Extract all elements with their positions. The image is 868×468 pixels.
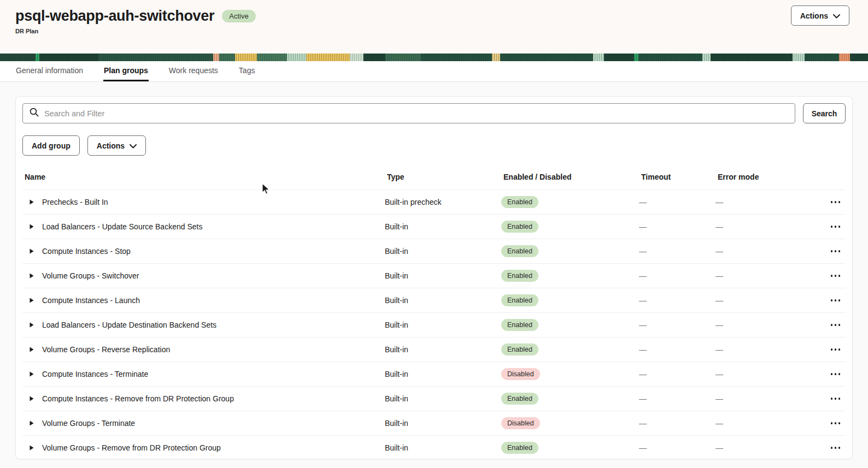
status-badge: Active (222, 10, 255, 22)
column-header-timeout: Timeout (639, 173, 715, 181)
search-icon (30, 108, 39, 119)
plan-group-name: Volume Groups - Remove from DR Protectio… (42, 443, 221, 452)
tab-bar: General information Plan groups Work req… (0, 61, 868, 82)
row-actions-menu-icon[interactable] (831, 275, 846, 277)
plan-group-name: Prechecks - Built In (42, 198, 108, 206)
enabled-disabled-badge: Enabled (501, 245, 538, 257)
plan-group-type: Built-in precheck (385, 198, 501, 206)
table-row: Volume Groups - Switchover Built-in Enab… (22, 263, 846, 288)
row-actions-menu-icon[interactable] (831, 398, 846, 400)
row-expand-icon[interactable] (28, 223, 36, 230)
row-expand-icon[interactable] (28, 346, 36, 353)
row-actions-menu-icon[interactable] (831, 226, 846, 228)
row-expand-icon[interactable] (28, 198, 36, 206)
row-actions-menu-icon[interactable] (831, 422, 846, 424)
plan-group-type: Built-in (385, 321, 501, 329)
table-row: Load Balancers - Update Source Backend S… (22, 214, 846, 239)
page-title: psql-webapp-auh-switchover (15, 8, 214, 25)
table-row: Load Balancers - Update Destination Back… (22, 312, 846, 337)
plan-group-name: Volume Groups - Reverse Replication (42, 345, 170, 354)
enabled-disabled-badge: Enabled (501, 221, 538, 233)
table-row: Volume Groups - Remove from DR Protectio… (22, 435, 846, 459)
plan-group-type: Built-in (385, 370, 501, 378)
chevron-down-icon (833, 11, 840, 20)
error-mode-value: — (715, 370, 818, 378)
enabled-disabled-badge: Disabled (501, 417, 540, 429)
row-expand-icon[interactable] (28, 395, 36, 402)
search-input[interactable] (44, 109, 788, 118)
enabled-disabled-badge: Enabled (501, 393, 538, 405)
row-expand-icon[interactable] (28, 321, 36, 329)
timeout-value: — (639, 296, 715, 305)
plan-group-type: Built-in (385, 222, 501, 231)
row-actions-menu-icon[interactable] (831, 324, 846, 326)
row-actions-menu-icon[interactable] (831, 299, 846, 301)
column-header-enabled-disabled: Enabled / Disabled (501, 173, 639, 181)
row-expand-icon[interactable] (28, 370, 36, 378)
error-mode-value: — (715, 247, 818, 256)
enabled-disabled-badge: Enabled (501, 196, 538, 208)
table-row: Prechecks - Built In Built-in precheck E… (22, 189, 846, 214)
header-actions-label: Actions (800, 11, 828, 20)
column-header-name: Name (22, 173, 385, 181)
row-actions-menu-icon[interactable] (831, 447, 846, 449)
column-header-error-mode: Error mode (715, 173, 818, 181)
table-row: Compute Instances - Remove from DR Prote… (22, 386, 846, 411)
row-expand-icon[interactable] (28, 272, 36, 280)
error-mode-value: — (715, 419, 818, 428)
table-row: Compute Instances - Stop Built-in Enable… (22, 239, 846, 263)
row-expand-icon[interactable] (28, 297, 36, 304)
add-group-button[interactable]: Add group (22, 135, 80, 156)
enabled-disabled-badge: Enabled (501, 343, 538, 356)
header-actions-button[interactable]: Actions (791, 5, 849, 26)
table-actions-button[interactable]: Actions (87, 135, 146, 156)
enabled-disabled-badge: Enabled (501, 319, 538, 331)
error-mode-value: — (715, 296, 818, 305)
row-expand-icon[interactable] (28, 419, 36, 427)
search-button[interactable]: Search (803, 103, 846, 123)
plan-group-type: Built-in (385, 345, 501, 354)
tab-general-information[interactable]: General information (15, 61, 84, 81)
row-actions-menu-icon[interactable] (831, 373, 846, 375)
table-header-row: Name Type Enabled / Disabled Timeout Err… (22, 164, 846, 189)
row-actions-menu-icon[interactable] (831, 201, 846, 203)
error-mode-value: — (715, 222, 818, 231)
error-mode-value: — (715, 271, 818, 280)
enabled-disabled-badge: Enabled (501, 442, 538, 454)
plan-group-type: Built-in (385, 443, 501, 452)
page-header: psql-webapp-auh-switchover Active DR Pla… (0, 0, 868, 54)
tab-plan-groups[interactable]: Plan groups (103, 61, 149, 81)
table-row: Compute Instances - Terminate Built-in D… (22, 362, 846, 386)
plan-group-name: Compute Instances - Remove from DR Prote… (42, 394, 234, 403)
timeout-value: — (639, 443, 715, 452)
plan-group-name: Volume Groups - Terminate (42, 419, 135, 428)
plan-group-name: Compute Instances - Terminate (42, 370, 148, 378)
error-mode-value: — (715, 198, 818, 206)
timeout-value: — (639, 321, 715, 329)
enabled-disabled-badge: Enabled (501, 270, 538, 282)
plan-groups-card: Search Add group Actions Name Type Enabl… (15, 96, 853, 459)
timeout-value: — (639, 247, 715, 256)
plan-group-type: Built-in (385, 271, 501, 280)
timeout-value: — (639, 222, 715, 231)
tab-tags[interactable]: Tags (238, 61, 256, 81)
search-box (22, 103, 795, 123)
table-actions-label: Actions (97, 141, 125, 150)
tab-work-requests[interactable]: Work requests (168, 61, 219, 81)
chevron-down-icon (130, 141, 137, 150)
table-body: Prechecks - Built In Built-in precheck E… (22, 189, 846, 459)
table-row: Volume Groups - Reverse Replication Buil… (22, 337, 846, 362)
row-expand-icon[interactable] (28, 444, 36, 452)
enabled-disabled-badge: Enabled (501, 294, 538, 306)
timeout-value: — (639, 198, 715, 206)
error-mode-value: — (715, 394, 818, 403)
plan-group-type: Built-in (385, 394, 501, 403)
main-content: Search Add group Actions Name Type Enabl… (0, 82, 868, 459)
row-actions-menu-icon[interactable] (831, 250, 846, 252)
table-row: Volume Groups - Terminate Built-in Disab… (22, 411, 846, 435)
row-actions-menu-icon[interactable] (831, 348, 846, 351)
row-expand-icon[interactable] (28, 247, 36, 255)
plan-groups-table: Name Type Enabled / Disabled Timeout Err… (22, 164, 846, 459)
error-mode-value: — (715, 443, 818, 452)
plan-group-type: Built-in (385, 419, 501, 428)
